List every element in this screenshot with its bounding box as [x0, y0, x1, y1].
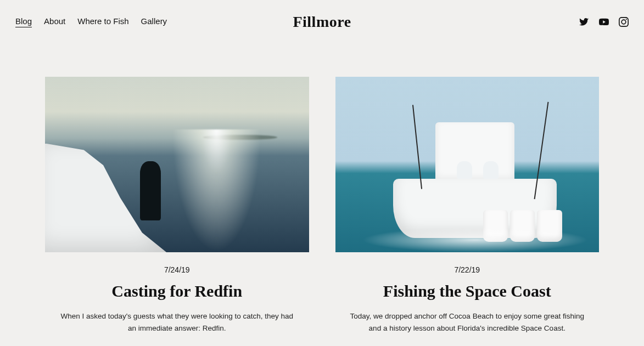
post-card: 7/24/19 Casting for Redfin When I asked …	[45, 77, 309, 334]
post-card: 7/22/19 Fishing the Space Coast Today, w…	[335, 77, 600, 334]
nav-link-blog[interactable]: Blog	[15, 16, 32, 27]
twitter-icon[interactable]	[579, 17, 589, 27]
post-title[interactable]: Fishing the Space Coast	[383, 282, 551, 300]
post-thumbnail[interactable]	[335, 77, 600, 252]
nav-link-gallery[interactable]: Gallery	[141, 16, 167, 27]
post-excerpt: When I asked today's guests what they we…	[59, 310, 295, 334]
post-date: 7/24/19	[164, 265, 190, 274]
nav-link-where-to-fish[interactable]: Where to Fish	[77, 16, 128, 27]
blog-grid: 7/24/19 Casting for Redfin When I asked …	[0, 44, 644, 334]
primary-nav: Blog About Where to Fish Gallery	[15, 16, 167, 27]
post-title[interactable]: Casting for Redfin	[111, 282, 242, 300]
post-excerpt: Today, we dropped anchor off Cocoa Beach…	[349, 310, 585, 334]
instagram-icon[interactable]	[619, 17, 629, 27]
youtube-icon[interactable]	[599, 17, 609, 27]
site-title[interactable]: Fillmore	[293, 13, 351, 31]
post-date: 7/22/19	[454, 265, 480, 274]
social-links	[579, 17, 629, 27]
nav-link-about[interactable]: About	[44, 16, 65, 27]
post-thumbnail[interactable]	[45, 77, 309, 252]
site-header: Blog About Where to Fish Gallery Fillmor…	[0, 0, 644, 44]
